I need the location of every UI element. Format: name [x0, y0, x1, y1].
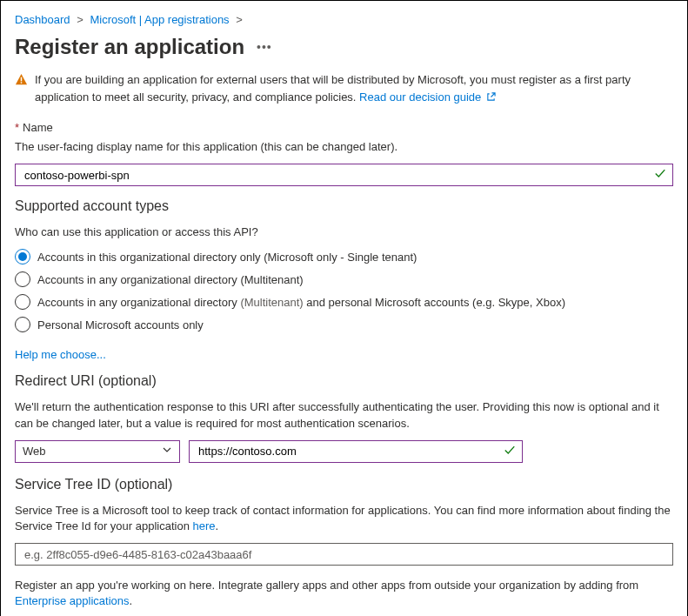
account-types-question: Who can use this application or access t… — [15, 224, 673, 240]
service-tree-input[interactable] — [15, 543, 673, 566]
service-tree-title: Service Tree ID (optional) — [15, 477, 673, 492]
platform-select-value: Web — [23, 445, 162, 458]
radio-label: Accounts in any organizational directory… — [37, 296, 565, 309]
svg-rect-1 — [21, 82, 23, 84]
platform-select[interactable]: Web — [15, 440, 180, 463]
redirect-uri-title: Redirect URI (optional) — [15, 373, 673, 389]
radio-single-tenant[interactable]: Accounts in this organizational director… — [15, 249, 673, 264]
radio-icon — [15, 271, 30, 287]
radio-label: Accounts in any organizational directory… — [37, 273, 304, 286]
enterprise-applications-link[interactable]: Enterprise applications — [15, 594, 130, 607]
radio-label: Personal Microsoft accounts only — [37, 318, 204, 331]
chevron-right-icon: > — [77, 13, 83, 26]
breadcrumb-dashboard[interactable]: Dashboard — [15, 13, 70, 26]
chevron-down-icon — [162, 445, 172, 458]
redirect-uri-desc: We'll return the authentication response… — [15, 399, 673, 431]
radio-multitenant-personal[interactable]: Accounts in any organizational directory… — [15, 294, 673, 310]
radio-icon — [15, 249, 30, 264]
footnote: Register an app you're working on here. … — [15, 578, 673, 609]
redirect-uri-input[interactable] — [189, 440, 523, 463]
account-types-title: Supported account types — [15, 198, 673, 214]
radio-label: Accounts in this organizational director… — [37, 251, 417, 264]
name-label: *Name — [15, 121, 673, 134]
account-types-radio-group: Accounts in this organizational director… — [15, 249, 673, 332]
radio-multitenant[interactable]: Accounts in any organizational directory… — [15, 271, 673, 287]
service-tree-here-link[interactable]: here — [193, 519, 216, 532]
radio-personal-only[interactable]: Personal Microsoft accounts only — [15, 317, 673, 332]
name-desc: The user-facing display name for this ap… — [15, 139, 673, 155]
decision-guide-link[interactable]: Read our decision guide — [359, 90, 496, 104]
name-input[interactable] — [15, 164, 673, 186]
radio-icon — [15, 294, 30, 310]
svg-rect-0 — [21, 77, 23, 82]
warning-icon — [15, 73, 28, 91]
radio-icon — [15, 317, 30, 332]
external-link-icon — [486, 92, 496, 102]
breadcrumb: Dashboard > Microsoft | App registration… — [15, 10, 673, 35]
breadcrumb-app-registrations[interactable]: Microsoft | App registrations — [90, 13, 229, 26]
warning-text: If you are building an application for e… — [35, 71, 673, 105]
chevron-right-icon: > — [236, 13, 243, 26]
page-title: Register an application — [15, 35, 244, 59]
help-me-choose-link[interactable]: Help me choose... — [15, 348, 106, 361]
more-icon[interactable]: ••• — [257, 40, 272, 54]
service-tree-desc: Service Tree is a Microsoft tool to keep… — [15, 503, 673, 534]
